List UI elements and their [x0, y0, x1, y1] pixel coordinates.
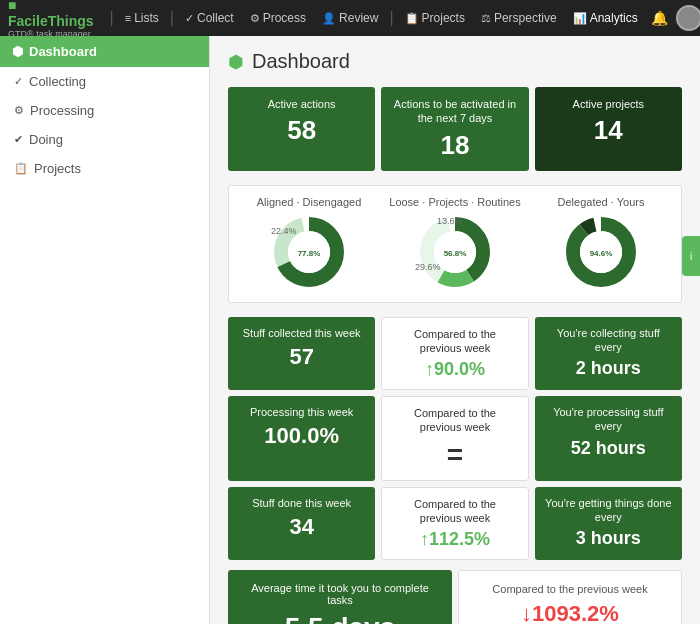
sidebar-collecting-label: Collecting	[29, 74, 86, 89]
avg-time-value: 5.5 days	[240, 612, 440, 624]
navbar-right: 🔔	[651, 5, 700, 31]
metric-processing: Processing this week 100.0%	[228, 396, 375, 481]
nav-process[interactable]: ⚙ Process	[243, 7, 313, 29]
navbar-links: | ≡ Lists | ✓ Collect ⚙ Process 👤 Review…	[108, 7, 645, 29]
stat-card-next7days: Actions to be activated in the next 7 da…	[381, 87, 528, 171]
sidebar-item-projects[interactable]: 📋 Projects	[0, 154, 209, 183]
processing-every-label: You're processing stuff every	[545, 405, 672, 434]
compared-collection-value: ↑90.0%	[392, 359, 517, 380]
sidebar-projects-label: Projects	[34, 161, 81, 176]
metric-done-every: You're getting things done every 3 hours	[535, 487, 682, 561]
brand-icon: ■	[8, 0, 16, 13]
brand-logo[interactable]: ■ FacileThings GTD® task manager	[8, 0, 94, 39]
done-every-value: 3 hours	[545, 528, 672, 549]
comp-avg-label: Compared to the previous week	[471, 583, 669, 595]
stuff-collected-label: Stuff collected this week	[238, 326, 365, 340]
processing-label: Processing this week	[238, 405, 365, 419]
page-title: ⬢ Dashboard	[228, 50, 682, 73]
analytics-icon: 📊	[573, 12, 587, 25]
active-projects-label: Active projects	[547, 97, 670, 111]
donut2: 56.8% 13.6% 29.6%	[415, 212, 495, 292]
donut1: 77.8% 22.4%	[269, 212, 349, 292]
comp-card-avg-time: Compared to the previous week ↓1093.2%	[458, 570, 682, 624]
stuff-done-label: Stuff done this week	[238, 496, 365, 510]
doing-icon: ✔	[14, 133, 23, 146]
metric-stuff-collected: Stuff collected this week 57	[228, 317, 375, 391]
bell-icon[interactable]: 🔔	[651, 10, 668, 26]
navbar: ■ FacileThings GTD® task manager | ≡ Lis…	[0, 0, 700, 36]
charts-row: Aligned · Disengaged 77.8% 22.4% Loose ·…	[228, 185, 682, 303]
metrics-grid: Stuff collected this week 57 Compared to…	[228, 317, 682, 561]
sidebar: ⬢ Dashboard ✓ Collecting ⚙ Processing ✔ …	[0, 36, 210, 624]
projects-sidebar-icon: 📋	[14, 162, 28, 175]
review-icon: 👤	[322, 12, 336, 25]
chart-aligned-disengaged: Aligned · Disengaged 77.8% 22.4%	[239, 196, 379, 292]
metric-compared-collection: Compared to the previous week ↑90.0%	[381, 317, 528, 391]
metric-stuff-done: Stuff done this week 34	[228, 487, 375, 561]
nav-perspective[interactable]: ⚖ Perspective	[474, 7, 564, 29]
sidebar-item-processing[interactable]: ⚙ Processing	[0, 96, 209, 125]
content-area: i ⬢ Dashboard Active actions 58 Actions …	[210, 36, 700, 624]
stat-card-active-projects: Active projects 14	[535, 87, 682, 171]
chart-loose-projects-routines: Loose · Projects · Routines 56.8% 13.6% …	[385, 196, 525, 292]
chart3-label: Delegated · Yours	[558, 196, 645, 208]
nav-collect[interactable]: ✓ Collect	[178, 7, 241, 29]
big-card-avg-time: Average time it took you to complete tas…	[228, 570, 452, 624]
collecting-every-value: 2 hours	[545, 358, 672, 379]
collecting-every-label: You're collecting stuff every	[545, 326, 672, 355]
stuff-done-value: 34	[238, 514, 365, 540]
nav-lists[interactable]: ≡ Lists	[118, 7, 166, 29]
collect-icon: ✓	[185, 12, 194, 25]
active-projects-value: 14	[547, 115, 670, 146]
compared-collection-label: Compared to the previous week	[392, 327, 517, 356]
stuff-collected-value: 57	[238, 344, 365, 370]
lists-icon: ≡	[125, 12, 131, 24]
processing-every-value: 52 hours	[545, 438, 672, 459]
sidebar-item-collecting[interactable]: ✓ Collecting	[0, 67, 209, 96]
metric-collecting-every: You're collecting stuff every 2 hours	[535, 317, 682, 391]
processing-value: 100.0%	[238, 423, 365, 449]
process-icon: ⚙	[250, 12, 260, 25]
comp-avg-value: ↓1093.2%	[471, 601, 669, 624]
nav-projects[interactable]: 📋 Projects	[398, 7, 472, 29]
dashboard-title-text: Dashboard	[252, 50, 350, 73]
active-actions-value: 58	[240, 115, 363, 146]
metric-compared-done: Compared to the previous week ↑112.5%	[381, 487, 528, 561]
compared-processing-label: Compared to the previous week	[392, 406, 517, 435]
dashboard-sidebar-icon: ⬢	[12, 44, 23, 59]
chart2-label: Loose · Projects · Routines	[389, 196, 520, 208]
brand-name: FacileThings	[8, 13, 94, 29]
nav-analytics[interactable]: 📊 Analytics	[566, 7, 645, 29]
compared-done-value: ↑112.5%	[392, 529, 517, 550]
bottom-row: Average time it took you to complete tas…	[228, 570, 682, 624]
main-layout: ⬢ Dashboard ✓ Collecting ⚙ Processing ✔ …	[0, 36, 700, 624]
next7days-value: 18	[393, 130, 516, 161]
chart-delegated-yours: Delegated · Yours 94.6%	[531, 196, 671, 292]
svg-text:77.8%: 77.8%	[298, 249, 321, 258]
active-actions-label: Active actions	[240, 97, 363, 111]
metric-processing-every: You're processing stuff every 52 hours	[535, 396, 682, 481]
sidebar-item-doing[interactable]: ✔ Doing	[0, 125, 209, 154]
avg-time-label: Average time it took you to complete tas…	[240, 582, 440, 606]
processing-icon: ⚙	[14, 104, 24, 117]
chart1-label: Aligned · Disengaged	[257, 196, 362, 208]
stat-cards-row: Active actions 58 Actions to be activate…	[228, 87, 682, 171]
float-tab[interactable]: i	[682, 236, 700, 276]
compared-done-label: Compared to the previous week	[392, 497, 517, 526]
nav-review[interactable]: 👤 Review	[315, 7, 385, 29]
metric-compared-processing: Compared to the previous week =	[381, 396, 528, 481]
done-every-label: You're getting things done every	[545, 496, 672, 525]
perspective-icon: ⚖	[481, 12, 491, 25]
svg-text:94.6%: 94.6%	[590, 249, 613, 258]
avatar[interactable]	[676, 5, 700, 31]
sidebar-doing-label: Doing	[29, 132, 63, 147]
compared-processing-value: =	[392, 439, 517, 471]
projects-nav-icon: 📋	[405, 12, 419, 25]
sidebar-processing-label: Processing	[30, 103, 94, 118]
next7days-label: Actions to be activated in the next 7 da…	[393, 97, 516, 126]
sidebar-header-label: Dashboard	[29, 44, 97, 59]
collecting-icon: ✓	[14, 75, 23, 88]
sidebar-header[interactable]: ⬢ Dashboard	[0, 36, 209, 67]
dashboard-title-icon: ⬢	[228, 51, 244, 73]
svg-text:56.8%: 56.8%	[444, 249, 467, 258]
